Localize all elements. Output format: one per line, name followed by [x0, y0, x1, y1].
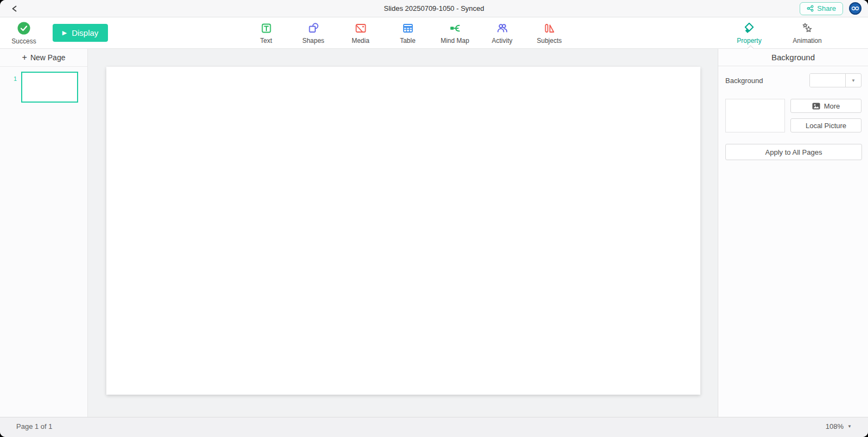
- background-color-picker[interactable]: ▼: [809, 73, 861, 87]
- property-swatch-icon: [743, 22, 756, 35]
- panel-header: Background: [718, 49, 868, 66]
- plus-icon: +: [22, 53, 27, 62]
- picture-icon: [812, 103, 820, 110]
- tool-mindmap-label: Mind Map: [441, 37, 469, 45]
- background-label: Background: [725, 77, 763, 85]
- slide-canvas[interactable]: [106, 67, 700, 395]
- more-label: More: [824, 102, 840, 110]
- page-thumbnail-row: 1: [0, 71, 87, 107]
- tab-property-label: Property: [737, 37, 761, 45]
- background-color-row: Background ▼: [725, 73, 861, 87]
- play-icon: ▶: [62, 30, 67, 36]
- table-icon: [401, 22, 414, 35]
- statusbar: Page 1 of 1 108% ▼: [0, 417, 868, 437]
- avatar-glasses-icon: [851, 6, 859, 11]
- sync-status[interactable]: Success: [9, 20, 39, 46]
- zoom-caret-icon: ▼: [847, 424, 852, 429]
- share-label: Share: [817, 4, 836, 12]
- mindmap-icon: [449, 22, 462, 35]
- tab-animation[interactable]: Animation: [787, 20, 827, 46]
- tool-mindmap[interactable]: Mind Map: [431, 20, 478, 46]
- share-icon: [807, 5, 814, 12]
- success-check-icon: [17, 21, 31, 35]
- tab-property[interactable]: Property: [729, 20, 769, 46]
- tool-subjects[interactable]: Subjects: [526, 20, 573, 46]
- apply-all-label: Apply to All Pages: [765, 148, 822, 156]
- toolbar: Success ▶ Display Text Shapes: [0, 17, 868, 49]
- activity-people-icon: [496, 22, 509, 35]
- panel-tabs: Property Animation: [729, 20, 827, 46]
- apply-all-pages-button[interactable]: Apply to All Pages: [725, 144, 862, 160]
- back-button[interactable]: [8, 0, 22, 17]
- panel-body: Background ▼: [718, 66, 868, 160]
- picture-buttons: More Local Picture: [790, 99, 861, 132]
- local-picture-button[interactable]: Local Picture: [790, 118, 861, 132]
- new-page-label: New Page: [30, 53, 66, 62]
- main-area: + New Page 1 Background Background: [0, 49, 868, 417]
- color-dropdown-arrow[interactable]: ▼: [845, 74, 861, 87]
- media-icon: [354, 22, 367, 35]
- local-picture-label: Local Picture: [806, 122, 846, 130]
- text-icon: [260, 22, 273, 35]
- display-button[interactable]: ▶ Display: [53, 24, 108, 42]
- page-number: 1: [14, 75, 17, 82]
- shapes-icon: [307, 22, 320, 35]
- tool-activity-label: Activity: [492, 37, 512, 45]
- titlebar: Slides 20250709-1050 - Synced Share: [0, 0, 868, 17]
- chevron-left-icon: [11, 5, 18, 12]
- titlebar-right: Share: [800, 0, 861, 17]
- background-picture-row: More Local Picture: [725, 99, 861, 132]
- sync-status-label: Success: [11, 37, 36, 45]
- color-swatch[interactable]: [810, 74, 845, 87]
- tool-table-label: Table: [400, 37, 416, 45]
- tool-shapes-label: Shapes: [302, 37, 324, 45]
- tool-activity[interactable]: Activity: [478, 20, 526, 46]
- tool-media[interactable]: Media: [337, 20, 384, 46]
- tool-text[interactable]: Text: [242, 20, 290, 46]
- user-avatar[interactable]: [849, 2, 861, 15]
- tab-animation-label: Animation: [793, 37, 821, 45]
- page-thumbnail[interactable]: [21, 72, 78, 103]
- display-label: Display: [72, 28, 98, 37]
- tool-table[interactable]: Table: [384, 20, 431, 46]
- panel-title: Background: [771, 53, 815, 62]
- dropdown-caret-icon: ▼: [851, 78, 856, 83]
- share-button[interactable]: Share: [800, 2, 843, 15]
- page-indicator: Page 1 of 1: [16, 422, 53, 430]
- more-button[interactable]: More: [790, 99, 861, 113]
- tool-shapes[interactable]: Shapes: [290, 20, 337, 46]
- background-preview[interactable]: [725, 99, 785, 132]
- property-panel: Background Background ▼: [718, 49, 868, 417]
- pages-sidebar: + New Page 1: [0, 49, 88, 417]
- tool-media-label: Media: [352, 37, 369, 45]
- subjects-icon: [543, 22, 556, 35]
- zoom-control[interactable]: 108% ▼: [826, 422, 852, 430]
- zoom-level: 108%: [826, 422, 844, 430]
- tool-text-label: Text: [260, 37, 272, 45]
- new-page-button[interactable]: + New Page: [0, 49, 87, 67]
- insert-tools: Text Shapes Media: [242, 20, 573, 46]
- workspace: [88, 49, 718, 417]
- animation-stars-icon: [801, 22, 814, 35]
- document-title: Slides 20250709-1050 - Synced: [384, 4, 484, 12]
- app-window: Slides 20250709-1050 - Synced Share: [0, 0, 868, 437]
- tool-subjects-label: Subjects: [537, 37, 561, 45]
